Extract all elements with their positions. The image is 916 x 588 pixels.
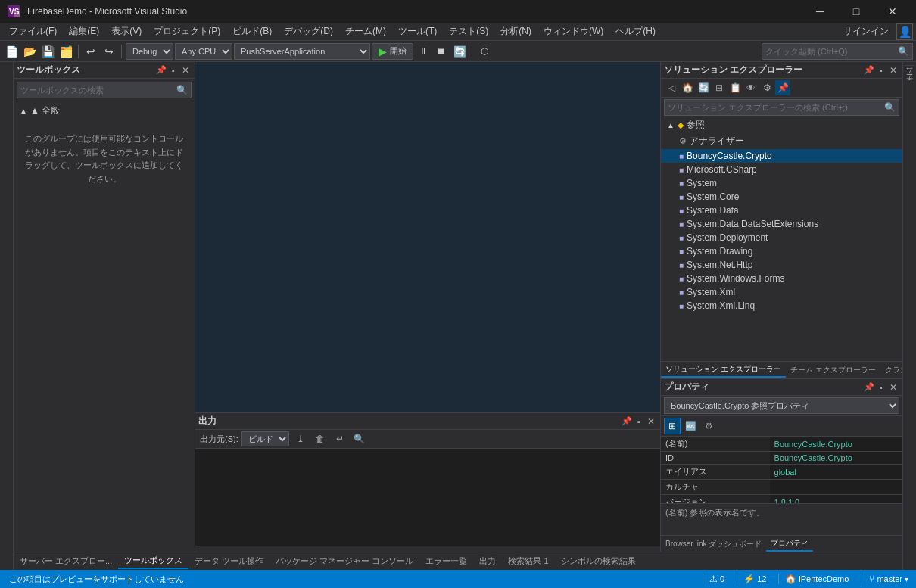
tree-node-bouncy-castle[interactable]: ■ BouncyCastle.Crypto — [661, 149, 902, 163]
redo-button[interactable]: ↪ — [101, 43, 117, 60]
tree-node-system-xml[interactable]: ■ System.Xml — [661, 285, 902, 299]
open-file-button[interactable]: 📂 — [21, 43, 38, 60]
tree-node-system-data-dataset[interactable]: ■ System.Data.DataSetExtensions — [661, 217, 902, 231]
props-version-value[interactable]: 1.8.1.0 — [770, 495, 902, 504]
status-branch[interactable]: ⑂ master ▾ — [861, 574, 916, 584]
sol-pending-changes-button[interactable]: 📋 — [728, 80, 743, 95]
minimize-button[interactable]: ─ — [802, 0, 837, 23]
menu-item-analyze[interactable]: 分析(N) — [494, 23, 537, 39]
breakpoint-button[interactable]: ⬡ — [476, 43, 493, 60]
output-close-button[interactable]: ✕ — [645, 415, 657, 428]
vert-tab-team[interactable]: チーム — [904, 65, 915, 90]
props-culture-value[interactable] — [770, 480, 902, 495]
output-pin-button[interactable]: 📌 — [621, 415, 633, 428]
sol-pin-active-button[interactable]: 📌 — [775, 80, 790, 95]
sol-home-button[interactable]: 🏠 — [680, 80, 695, 95]
menu-item-view[interactable]: 表示(V) — [105, 23, 148, 39]
sol-show-all-button[interactable]: 👁 — [743, 80, 759, 95]
tree-node-references[interactable]: ▲ ◆ 参照 — [661, 117, 902, 133]
tree-node-system-data[interactable]: ■ System.Data — [661, 204, 902, 217]
tree-node-analyzer[interactable]: ⚙ アナライザー — [661, 133, 902, 149]
close-button[interactable]: ✕ — [875, 0, 910, 23]
toolbox-general-label[interactable]: ▲ ▲ 全般 — [17, 103, 192, 119]
menu-item-help[interactable]: ヘルプ(H) — [609, 23, 662, 39]
menu-item-file[interactable]: ファイル(F) — [3, 23, 63, 39]
menu-item-window[interactable]: ウィンドウ(W) — [537, 23, 609, 39]
sol-tab-class-view[interactable]: クラス ビュー — [880, 363, 902, 377]
tree-node-microsoft-csharp[interactable]: ■ Microsoft.CSharp — [661, 163, 902, 176]
sol-dock-button[interactable]: ▪ — [875, 64, 887, 76]
account-icon[interactable]: 👤 — [896, 23, 913, 40]
menu-item-test[interactable]: テスト(S) — [443, 23, 494, 39]
props-tab-browser-link[interactable]: Browser link ダッシュボード — [661, 537, 766, 551]
output-scrollbar[interactable] — [195, 546, 660, 552]
debug-config-dropdown[interactable]: Debug — [126, 43, 173, 60]
output-scroll-end-button[interactable]: ⤓ — [292, 431, 309, 446]
pause-button[interactable]: ⏸ — [415, 43, 432, 60]
props-pin-button[interactable]: 📌 — [863, 381, 875, 394]
props-name-value[interactable]: BouncyCastle.Crypto — [770, 437, 902, 452]
output-source-dropdown[interactable]: ビルド — [241, 431, 289, 446]
start-button[interactable]: ▶ 開始 — [372, 43, 413, 60]
toolbox-search-input[interactable] — [17, 86, 173, 95]
btab-symbol-search[interactable]: シンボルの検索結果 — [555, 554, 642, 568]
btab-server-explorer[interactable]: サーバー エクスプロー... — [14, 554, 118, 568]
output-find-button[interactable]: 🔍 — [351, 431, 368, 446]
menu-item-edit[interactable]: 編集(E) — [63, 23, 105, 39]
btab-package-manager[interactable]: パッケージ マネージャー コンソール — [270, 554, 419, 568]
startup-project-dropdown[interactable]: PushServerApplication — [234, 43, 370, 60]
btab-output[interactable]: 出力 — [473, 554, 502, 568]
sol-tab-solution-explorer[interactable]: ソリューション エクスプローラー — [661, 362, 786, 378]
menu-item-debug[interactable]: デバッグ(D) — [278, 23, 339, 39]
toolbox-dock-button[interactable]: ▪ — [167, 64, 179, 76]
toolbox-pin-button[interactable]: 📌 — [155, 64, 167, 76]
status-warnings[interactable]: ⚡ 12 — [737, 574, 772, 584]
tree-node-system-winforms[interactable]: ■ System.Windows.Forms — [661, 272, 902, 285]
status-project[interactable]: 🏠 iPentecDemo — [778, 574, 855, 584]
sol-close-button[interactable]: ✕ — [887, 64, 899, 76]
props-alphabetical-button[interactable]: 🔤 — [682, 418, 699, 434]
tree-node-system-core[interactable]: ■ System.Core — [661, 190, 902, 204]
properties-object-dropdown[interactable]: BouncyCastle.Crypto 参照プロパティ — [664, 397, 899, 414]
output-clear-button[interactable]: 🗑 — [312, 431, 329, 446]
status-errors[interactable]: ⚠ 0 — [703, 574, 731, 584]
sol-pin-button[interactable]: 📌 — [863, 64, 875, 76]
btab-find-results[interactable]: 検索結果 1 — [502, 554, 554, 568]
tree-node-system-xmllinq[interactable]: ■ System.Xml.Linq — [661, 299, 902, 313]
save-all-button[interactable]: 🗂️ — [58, 43, 74, 60]
sol-collapse-button[interactable]: ⊟ — [712, 80, 727, 95]
props-alias-value[interactable]: global — [770, 465, 902, 480]
tree-node-system-deployment[interactable]: ■ System.Deployment — [661, 231, 902, 244]
menu-item-build[interactable]: ビルド(B) — [226, 23, 278, 39]
tree-node-system-nethttp[interactable]: ■ System.Net.Http — [661, 258, 902, 272]
sol-back-button[interactable]: ◁ — [664, 80, 679, 95]
output-dock-button[interactable]: ▪ — [633, 415, 645, 428]
props-properties-button[interactable]: ⚙ — [700, 418, 717, 434]
platform-dropdown[interactable]: Any CPU — [175, 43, 232, 60]
sol-search-input[interactable] — [665, 103, 881, 112]
props-dock-button[interactable]: ▪ — [875, 381, 887, 394]
save-button[interactable]: 💾 — [39, 43, 56, 60]
stop-button[interactable]: ⏹ — [433, 43, 450, 60]
toolbox-close-button[interactable]: ✕ — [179, 64, 192, 76]
menu-item-tools[interactable]: ツール(T) — [392, 23, 443, 39]
props-close-button[interactable]: ✕ — [887, 381, 899, 394]
signin-button[interactable]: サインイン — [837, 23, 895, 39]
sol-properties-button[interactable]: ⚙ — [759, 80, 774, 95]
new-file-button[interactable]: 📄 — [3, 43, 20, 60]
quick-launch-input[interactable] — [762, 47, 895, 56]
props-categorized-button[interactable]: ⊞ — [664, 418, 681, 434]
props-id-value[interactable]: BouncyCastle.Crypto — [770, 452, 902, 465]
menu-item-team[interactable]: チーム(M) — [339, 23, 392, 39]
restart-button[interactable]: 🔄 — [451, 43, 468, 60]
btab-toolbox[interactable]: ツールボックス — [118, 553, 188, 569]
tree-node-system[interactable]: ■ System — [661, 176, 902, 190]
sol-tab-team-explorer[interactable]: チーム エクスプローラー — [786, 363, 880, 377]
sol-refresh-button[interactable]: 🔄 — [696, 80, 711, 95]
tree-node-system-drawing[interactable]: ■ System.Drawing — [661, 244, 902, 258]
btab-data-tools[interactable]: データ ツール操作 — [188, 554, 270, 568]
undo-button[interactable]: ↩ — [83, 43, 99, 60]
output-wrap-button[interactable]: ↵ — [332, 431, 348, 446]
btab-error-list[interactable]: エラー一覧 — [419, 554, 473, 568]
menu-item-project[interactable]: プロジェクト(P) — [148, 23, 226, 39]
